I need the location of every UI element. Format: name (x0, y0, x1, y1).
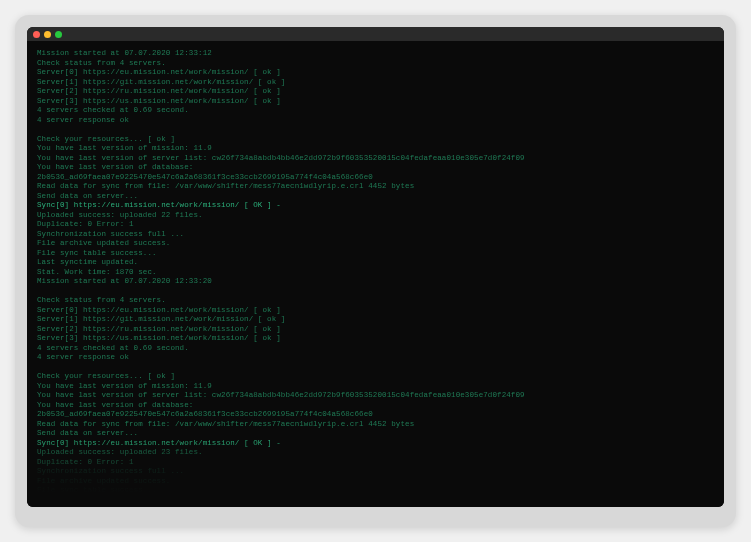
log-line: You have last version of database: (37, 163, 714, 173)
log-line: Server[2] https://ru.mission.net/work/mi… (37, 87, 714, 97)
log-line: 4 server response ok (37, 353, 714, 363)
minimize-icon[interactable] (44, 31, 51, 38)
log-line: Stat. Work time: 1870 sec. (37, 268, 714, 278)
log-line: File archive updated success. (37, 239, 714, 249)
log-line: Read data for sync from file: /var/www/s… (37, 420, 714, 430)
log-line: Server[2] https://ru.mission.net/work/mi… (37, 325, 714, 335)
log-line: Check status from 4 servers. (37, 59, 714, 69)
log-line: You have last version of mission: 11.9 (37, 382, 714, 392)
log-line: Duplicate: 0 Error: 1 (37, 220, 714, 230)
log-line: You have last version of server list: cw… (37, 391, 714, 401)
log-line: Server[1] https://git.mission.net/work/m… (37, 315, 714, 325)
log-line: You have last version of mission: 11.9 (37, 144, 714, 154)
log-line: File sync table success... (37, 486, 714, 496)
log-line: Duplicate: 0 Error: 1 (37, 458, 714, 468)
log-line: 2b0536_ad69faea07e9225470e547c6a2a68361f… (37, 410, 714, 420)
log-line: File archive updated success. (37, 477, 714, 487)
log-line: File sync table success... (37, 249, 714, 259)
log-line: Server[0] https://eu.mission.net/work/mi… (37, 306, 714, 316)
log-line: Uploaded success: uploaded 23 files. (37, 448, 714, 458)
log-line: Check status from 4 servers. (37, 296, 714, 306)
log-line: Server[1] https://git.mission.net/work/m… (37, 78, 714, 88)
terminal-window: Mission started at 07.07.2020 12:33:12Ch… (27, 27, 724, 507)
log-blank-line (37, 125, 714, 135)
log-line: 2b0536_ad69faea07e9225470e547c6a2a68361f… (37, 173, 714, 183)
log-line: Server[3] https://us.mission.net/work/mi… (37, 334, 714, 344)
log-line: Sync[0] https://eu.mission.net/work/miss… (37, 439, 714, 449)
log-line: Read data for sync from file: /var/www/s… (37, 182, 714, 192)
log-line: Mission started at 07.07.2020 12:33:12 (37, 49, 714, 59)
close-icon[interactable] (33, 31, 40, 38)
log-line: Mission started at 07.07.2020 12:33:20 (37, 277, 714, 287)
terminal-output: Mission started at 07.07.2020 12:33:12Ch… (27, 41, 724, 507)
log-line: 4 servers checked at 0.69 second. (37, 344, 714, 354)
log-line: 4 server response ok (37, 116, 714, 126)
log-line: Synchronization success full ... (37, 467, 714, 477)
log-line: Send data on server... (37, 429, 714, 439)
log-blank-line (37, 363, 714, 373)
log-line: Check your resources... [ ok ] (37, 135, 714, 145)
log-blank-line (37, 287, 714, 297)
log-line: Uploaded success: uploaded 22 files. (37, 211, 714, 221)
log-line: Last synctime updated. (37, 496, 714, 506)
maximize-icon[interactable] (55, 31, 62, 38)
log-line: You have last version of database: (37, 401, 714, 411)
log-line: Last synctime updated. (37, 258, 714, 268)
log-line: You have last version of server list: cw… (37, 154, 714, 164)
window-titlebar[interactable] (27, 27, 724, 41)
log-line: Server[3] https://us.mission.net/work/mi… (37, 97, 714, 107)
log-line: Send data on server... (37, 192, 714, 202)
device-frame: Mission started at 07.07.2020 12:33:12Ch… (15, 15, 736, 527)
log-line: Sync[0] https://eu.mission.net/work/miss… (37, 201, 714, 211)
log-line: Check your resources... [ ok ] (37, 372, 714, 382)
log-line: 4 servers checked at 0.69 second. (37, 106, 714, 116)
log-line: Synchronization success full ... (37, 230, 714, 240)
log-line: Server[0] https://eu.mission.net/work/mi… (37, 68, 714, 78)
